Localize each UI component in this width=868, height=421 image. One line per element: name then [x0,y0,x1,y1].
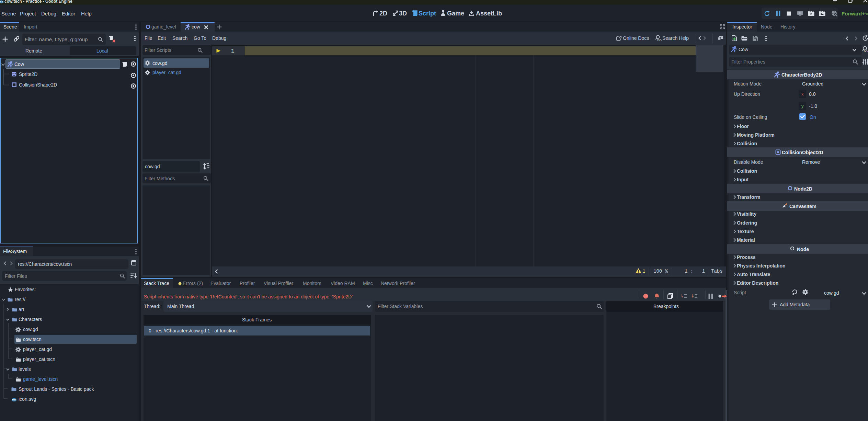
svg-text:DOC: DOC [864,50,868,53]
svg-text:DOC: DOC [657,38,662,41]
